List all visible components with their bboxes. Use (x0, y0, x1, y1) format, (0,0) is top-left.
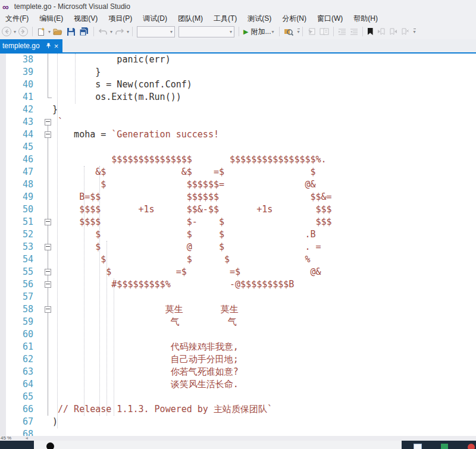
menu-edit[interactable]: 编辑(E) (34, 14, 68, 24)
back-dropdown[interactable]: ▾ (14, 29, 16, 34)
line-number-66: 66 (6, 403, 33, 416)
code-text-area[interactable]: panic(err) } s = New(conf.Conf) os.Exit(… (52, 54, 332, 436)
open-file-button[interactable] (52, 26, 64, 37)
code-line-41[interactable]: os.Exit(m.Run()) (52, 91, 332, 103)
scroll-left-icon[interactable]: ◄ (24, 436, 29, 441)
line-number-column: 3839404142434445464748495051525354555657… (6, 54, 33, 436)
toolbar-combo-1[interactable]: ▾ (137, 26, 175, 37)
code-line-56[interactable]: #$$$$$$$$$% -@$$$$$$$$$B (52, 278, 332, 291)
tab-label: templete.go (2, 42, 40, 50)
code-line-57[interactable] (52, 291, 332, 303)
taskbar-app-icon-1[interactable] (414, 444, 422, 449)
code-editor[interactable]: 3839404142434445464748495051525354555657… (0, 54, 476, 436)
code-line-39[interactable]: } (52, 66, 332, 79)
fold-toggle-line-53[interactable] (45, 244, 51, 250)
code-line-47[interactable]: &$ &$ =$ $ (52, 166, 332, 178)
code-line-61[interactable]: 代码辣鸡非我意, (52, 341, 332, 353)
code-line-52[interactable]: $ $ $ .B (52, 228, 332, 241)
toolbar-combo-2[interactable]: ▾ (178, 26, 234, 37)
menu-window[interactable]: 窗口(W) (312, 14, 348, 24)
code-line-59[interactable]: 气 气 (52, 316, 332, 328)
find-in-files-icon (284, 27, 293, 36)
fold-toggle-line-58[interactable] (45, 306, 51, 313)
code-line-51[interactable]: $$$$ $- $ $$$ (52, 216, 332, 228)
code-line-66[interactable]: // Release 1.1.3. Powered by 主站质保团队` (52, 403, 332, 416)
toggle-bookmark-button[interactable] (368, 28, 373, 35)
line-number-41: 41 (6, 91, 33, 103)
code-line-50[interactable]: $$$$ +1s $$&-$$ +1s $$$ (52, 203, 332, 216)
fold-toggle-line-55[interactable] (45, 269, 51, 275)
redo-button[interactable] (114, 26, 126, 37)
code-line-67[interactable]: ) (52, 416, 332, 428)
menu-debug[interactable]: 调试(D) (137, 14, 173, 24)
menu-tools[interactable]: 工具(T) (208, 14, 242, 24)
undo-button[interactable] (97, 26, 109, 37)
taskbar-app-icon-3[interactable] (468, 444, 475, 449)
line-number-51: 51 (6, 216, 33, 228)
new-file-button[interactable] (36, 26, 47, 37)
code-line-40[interactable]: s = New(conf.Conf) (52, 79, 332, 91)
code-line-58[interactable]: 莫生 莫生 (52, 303, 332, 316)
comment-button[interactable] (318, 26, 330, 37)
code-line-48[interactable]: $ $$$$$$= @& (52, 178, 332, 191)
increase-indent-button[interactable] (349, 26, 359, 37)
navigate-back-button[interactable] (1, 26, 12, 37)
save-all-button[interactable] (78, 26, 90, 37)
clear-bookmarks-button[interactable] (400, 26, 411, 37)
line-number-65: 65 (6, 391, 33, 403)
code-line-62[interactable]: 自己动手分田地; (52, 353, 332, 366)
menu-team[interactable]: 团队(M) (173, 14, 208, 24)
menu-help[interactable]: 帮助(H) (348, 14, 383, 24)
code-line-54[interactable]: $ $ $ % (52, 253, 332, 266)
pin-tab-icon[interactable] (46, 43, 51, 49)
taskbar-search-box[interactable] (34, 441, 402, 449)
menu-project[interactable]: 项目(P) (103, 14, 137, 24)
navigate-to-button[interactable] (306, 26, 317, 37)
horizontal-scrollbar[interactable]: 45 % ◄ (0, 436, 476, 441)
fold-toggle-line-51[interactable] (45, 219, 51, 225)
toolbar-separator (362, 27, 363, 36)
decrease-indent-button[interactable] (337, 26, 347, 37)
toolbar-overflow-button[interactable]: ▾ (414, 29, 416, 34)
code-line-64[interactable]: 谈笑风生活长命. (52, 378, 332, 391)
code-line-38[interactable]: panic(err) (52, 54, 332, 66)
taskbar-app-icon-2[interactable] (441, 444, 448, 449)
tab-templete-go[interactable]: templete.go × (0, 39, 62, 52)
redo-dropdown[interactable]: ▾ (127, 29, 129, 34)
fold-toggle-line-44[interactable] (45, 131, 51, 138)
close-tab-icon[interactable]: × (54, 42, 59, 50)
undo-dropdown[interactable]: ▾ (110, 29, 112, 34)
code-line-55[interactable]: $ =$ =$ @& (52, 266, 332, 278)
code-line-65[interactable] (52, 391, 332, 403)
code-line-68[interactable] (52, 428, 332, 436)
find-options-dropdown[interactable]: ▾ (298, 29, 300, 34)
code-line-42[interactable]: } (52, 103, 332, 116)
code-line-63[interactable]: 你若气死谁如意? (52, 366, 332, 378)
code-line-60[interactable] (52, 328, 332, 341)
code-line-46[interactable]: $$$$$$$$$$$$$$$ $$$$$$$$$$$$$$$$%. (52, 153, 332, 166)
code-line-44[interactable]: moha = `Generation success! (52, 128, 332, 141)
tab-strip: templete.go × (0, 39, 476, 52)
menu-file[interactable]: 文件(F) (0, 14, 34, 24)
new-file-dropdown[interactable]: ▾ (48, 29, 51, 34)
toolbar-separator (333, 27, 334, 36)
fold-toggle-line-43[interactable] (45, 119, 51, 125)
save-button[interactable] (65, 26, 77, 37)
menu-test[interactable]: 测试(S) (242, 14, 277, 24)
menu-analyze[interactable]: 分析(N) (277, 14, 312, 24)
breakpoint-margin[interactable] (0, 54, 6, 436)
code-line-53[interactable]: $ @ $ . = (52, 241, 332, 253)
code-line-49[interactable]: B=$$ $$$$$$ $$&= (52, 191, 332, 203)
navigate-forward-button[interactable] (17, 26, 29, 37)
code-line-45[interactable] (52, 141, 332, 153)
menu-view[interactable]: 视图(V) (68, 14, 103, 24)
save-icon (67, 27, 76, 36)
attach-debugger-button[interactable]: ▶ 附加... ▾ (242, 27, 277, 37)
next-bookmark-button[interactable] (388, 26, 399, 37)
code-line-43[interactable]: ` (52, 116, 332, 128)
fold-toggle-line-56[interactable] (45, 281, 51, 288)
find-in-files-button[interactable] (283, 26, 295, 37)
clear-bookmarks-icon (401, 28, 409, 35)
previous-bookmark-button[interactable] (376, 26, 387, 37)
line-number-56: 56 (6, 278, 33, 291)
